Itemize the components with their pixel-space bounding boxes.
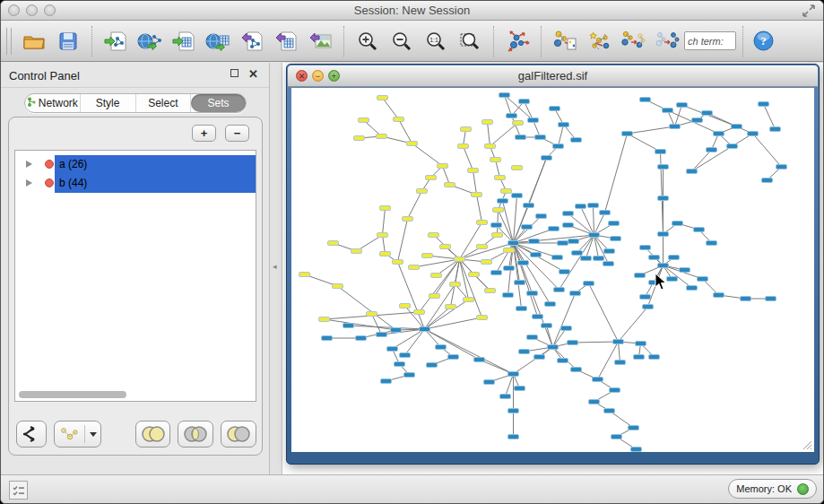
graph-node-yellow[interactable] <box>376 134 387 139</box>
graph-node-yellow[interactable] <box>429 293 440 299</box>
scrollbar-thumb[interactable] <box>19 391 126 398</box>
graph-node-blue[interactable] <box>639 97 651 102</box>
graph-node-yellow[interactable] <box>500 188 512 194</box>
import-network-from-web-button[interactable] <box>133 25 167 57</box>
tab-network[interactable]: Network <box>25 94 81 112</box>
graph-node-blue[interactable] <box>473 357 485 362</box>
graph-node-blue[interactable] <box>426 362 438 368</box>
graph-node-blue[interactable] <box>517 260 529 265</box>
graph-node-blue[interactable] <box>533 354 545 360</box>
graph-node-yellow[interactable] <box>490 157 501 162</box>
graph-node-blue[interactable] <box>731 124 742 129</box>
graph-node-yellow[interactable] <box>413 309 425 315</box>
graph-node-blue[interactable] <box>507 434 519 439</box>
graph-node-blue[interactable] <box>558 122 569 127</box>
graph-node-yellow[interactable] <box>484 143 496 149</box>
graph-node-blue[interactable] <box>697 276 708 282</box>
graph-node-blue[interactable] <box>668 255 680 260</box>
graph-node-blue[interactable] <box>527 117 539 123</box>
graph-node-blue[interactable] <box>394 361 405 367</box>
graph-node-blue[interactable] <box>568 239 579 244</box>
graph-node-blue[interactable] <box>523 203 534 208</box>
graph-node-blue[interactable] <box>514 386 525 391</box>
graph-node-yellow[interactable] <box>476 244 488 249</box>
float-panel-icon[interactable] <box>230 69 239 77</box>
graph-node-blue[interactable] <box>639 245 651 250</box>
graph-node-yellow[interactable] <box>494 175 506 180</box>
graph-node-blue[interactable] <box>528 239 540 244</box>
graph-node-blue[interactable] <box>642 304 654 309</box>
graph-node-blue[interactable] <box>562 222 574 228</box>
graph-node-yellow[interactable] <box>454 256 465 262</box>
export-network-button[interactable] <box>235 25 269 57</box>
network-canvas[interactable] <box>291 88 814 452</box>
graph-node-yellow[interactable] <box>377 232 388 238</box>
network-window[interactable]: ✕ − + galFiltered.sif <box>286 64 820 465</box>
graph-node-yellow[interactable] <box>439 244 451 249</box>
graph-node-blue[interactable] <box>580 256 592 261</box>
difference-sets-button[interactable] <box>221 421 256 448</box>
graph-node-blue[interactable] <box>588 232 600 238</box>
graph-node-blue[interactable] <box>559 269 570 274</box>
graph-node-yellow[interactable] <box>467 168 479 173</box>
select-first-neighbors-button[interactable] <box>582 25 616 57</box>
import-table-from-web-button[interactable] <box>201 25 235 57</box>
save-session-button[interactable] <box>51 25 85 57</box>
fullscreen-icon[interactable] <box>802 4 816 18</box>
network-window-titlebar[interactable]: ✕ − + galFiltered.sif <box>288 65 818 87</box>
graph-node-blue[interactable] <box>633 354 645 360</box>
graph-node-blue[interactable] <box>761 178 773 183</box>
graph-node-yellow[interactable] <box>327 240 339 246</box>
graph-node-yellow[interactable] <box>416 188 428 194</box>
graph-node-blue[interactable] <box>534 135 546 140</box>
graph-node-yellow[interactable] <box>351 248 362 254</box>
graph-node-blue[interactable] <box>521 224 533 230</box>
graph-node-blue[interactable] <box>583 281 594 286</box>
graph-node-yellow[interactable] <box>353 135 365 141</box>
graph-node-yellow[interactable] <box>449 282 461 287</box>
graph-node-yellow[interactable] <box>460 126 472 132</box>
graph-node-blue[interactable] <box>507 408 519 413</box>
graph-node-blue[interactable] <box>514 280 525 285</box>
graph-node-blue[interactable] <box>758 101 769 107</box>
graph-node-blue[interactable] <box>628 425 639 430</box>
help-button[interactable]: ? <box>750 25 776 57</box>
graph-node-yellow[interactable] <box>492 207 504 213</box>
graph-node-blue[interactable] <box>657 196 669 201</box>
graph-node-blue[interactable] <box>507 240 519 246</box>
graph-node-blue[interactable] <box>390 327 402 333</box>
graph-node-blue[interactable] <box>544 301 556 307</box>
window-titlebar[interactable]: Session: New Session <box>1 1 823 21</box>
graph-node-blue[interactable] <box>706 240 717 246</box>
graph-node-blue[interactable] <box>532 314 543 319</box>
graph-node-blue[interactable] <box>610 236 621 241</box>
graph-node-blue[interactable] <box>435 344 447 350</box>
graph-node-blue[interactable] <box>603 261 614 266</box>
graph-node-blue[interactable] <box>569 291 581 296</box>
graph-node-yellow[interactable] <box>437 163 448 169</box>
graph-node-blue[interactable] <box>499 92 510 98</box>
graph-node-blue[interactable] <box>608 221 620 226</box>
graph-node-blue[interactable] <box>657 263 669 268</box>
graph-node-yellow[interactable] <box>366 311 377 317</box>
graph-node-blue[interactable] <box>551 255 563 260</box>
graph-node-yellow[interactable] <box>503 248 515 253</box>
export-image-button[interactable] <box>303 25 337 57</box>
graph-node-blue[interactable] <box>419 326 430 332</box>
graph-node-blue[interactable] <box>609 387 620 393</box>
graph-node-blue[interactable] <box>679 267 690 273</box>
create-set-menu-button[interactable] <box>54 421 100 448</box>
zoom-selected-region-button[interactable] <box>453 25 487 57</box>
graph-node-blue[interactable] <box>713 131 724 136</box>
graph-node-blue[interactable] <box>553 287 565 292</box>
graph-node-blue[interactable] <box>560 326 572 331</box>
graph-node-yellow[interactable] <box>402 216 413 222</box>
split-sets-button[interactable] <box>16 421 47 448</box>
graph-node-blue[interactable] <box>740 296 751 301</box>
set-row-a[interactable]: a (26) <box>15 155 256 174</box>
graph-node-blue[interactable] <box>657 164 669 169</box>
graph-node-blue[interactable] <box>612 339 624 344</box>
graph-node-yellow[interactable] <box>332 283 343 289</box>
graph-node-yellow[interactable] <box>476 220 488 225</box>
union-sets-button[interactable] <box>135 421 171 448</box>
